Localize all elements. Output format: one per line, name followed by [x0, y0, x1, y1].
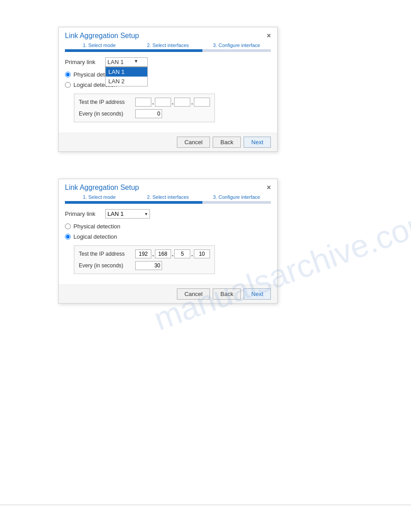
dialog-2: Link Aggregation Setup × 1. Select mode …: [58, 179, 278, 304]
test-ip-row-1: Test the IP address . . .: [79, 98, 210, 107]
dialog-1-footer: Cancel Back Next: [59, 133, 277, 151]
step-2-bar: [133, 49, 202, 52]
ip-octet-2-2[interactable]: [155, 249, 171, 258]
dropdown-menu-1: LAN 1 LAN 2: [105, 67, 148, 86]
step-1-select-interfaces: 2. Select interfaces: [133, 43, 202, 52]
dialog-2-header: Link Aggregation Setup ×: [59, 179, 277, 194]
step-2-3-bar: [202, 201, 271, 204]
every-seconds-row-2: Every (in seconds): [79, 261, 210, 270]
dialog-2-body: Primary link LAN 1 LAN 2 Physical detect…: [59, 204, 277, 284]
every-seconds-label-2: Every (in seconds): [79, 262, 133, 269]
physical-detection-radio-1[interactable]: [65, 72, 71, 77]
step-3-bar: [202, 49, 271, 52]
steps-1: 1. Select mode 2. Select interfaces 3. C…: [59, 43, 277, 52]
logical-detection-row-1: Logical detection: [65, 82, 271, 88]
dropdown-select-1[interactable]: LAN 1 ▼: [105, 57, 148, 67]
step-1-bar: [65, 49, 133, 52]
dropdown-arrow-1: ▼: [134, 59, 138, 64]
physical-detection-label-2: Physical detection: [73, 223, 120, 230]
cancel-button-1[interactable]: Cancel: [177, 137, 210, 148]
ip-dot-2-1: .: [152, 251, 154, 257]
logical-detection-radio-2[interactable]: [65, 234, 71, 240]
step-2-configure-interface: 3. Configure interface: [202, 194, 271, 204]
test-ip-label-2: Test the IP address: [79, 251, 133, 257]
cancel-button-2[interactable]: Cancel: [177, 288, 210, 300]
ip-dot-1: .: [152, 99, 154, 106]
bottom-line: [0, 505, 411, 505]
primary-link-label-1: Primary link: [65, 59, 105, 65]
ip-octet-2-1[interactable]: [135, 249, 151, 258]
primary-link-label-2: Primary link: [65, 210, 105, 217]
ip-dot-3: .: [191, 99, 193, 106]
dialog-1-close[interactable]: ×: [267, 32, 271, 40]
back-button-2[interactable]: Back: [213, 288, 241, 300]
step-3-label: 3. Configure interface: [213, 43, 260, 48]
ip-octet-2-3[interactable]: [174, 249, 190, 258]
dialog-1-header: Link Aggregation Setup ×: [59, 27, 277, 43]
ip-octet-1-3[interactable]: [174, 98, 190, 107]
ip-octet-1-2[interactable]: [155, 98, 171, 107]
step-1-select-mode: 1. Select mode: [65, 43, 133, 52]
steps-2: 1. Select mode 2. Select interfaces 3. C…: [59, 194, 277, 204]
dropdown-item-lan2-1[interactable]: LAN 2: [106, 77, 147, 86]
every-seconds-row-1: Every (in seconds): [79, 109, 210, 118]
physical-detection-row-2: Physical detection: [65, 223, 271, 230]
primary-link-dropdown-1[interactable]: LAN 1 ▼ LAN 1 LAN 2: [105, 57, 148, 67]
next-button-1[interactable]: Next: [244, 137, 271, 148]
seconds-input-1[interactable]: [135, 109, 162, 118]
step-2-select-mode: 1. Select mode: [65, 194, 133, 204]
ip-octet-1-1[interactable]: [135, 98, 151, 107]
dialog-1: Link Aggregation Setup × 1. Select mode …: [58, 27, 278, 152]
subfield-container-1: Test the IP address . . . Every (in seco…: [74, 94, 215, 122]
dropdown-item-lan1-1[interactable]: LAN 1: [106, 67, 147, 77]
back-button-1[interactable]: Back: [213, 137, 241, 148]
primary-link-row-2: Primary link LAN 1 LAN 2: [65, 209, 271, 219]
step-1-label: 1. Select mode: [83, 43, 116, 48]
dialog-2-footer: Cancel Back Next: [59, 284, 277, 303]
physical-detection-radio-2[interactable]: [65, 223, 71, 229]
step-2-1-label: 1. Select mode: [83, 194, 116, 200]
dialog-1-body: Primary link LAN 1 ▼ LAN 1 LAN 2 Physica…: [59, 52, 277, 133]
next-button-2[interactable]: Next: [244, 288, 271, 300]
step-2-3-label: 3. Configure interface: [213, 194, 260, 200]
every-seconds-label-1: Every (in seconds): [79, 111, 133, 117]
dialog-2-title: Link Aggregation Setup: [65, 184, 139, 192]
step-2-label: 2. Select interfaces: [147, 43, 189, 48]
step-2-select-interfaces: 2. Select interfaces: [133, 194, 202, 204]
primary-link-select-wrapper-2[interactable]: LAN 1 LAN 2: [105, 209, 150, 219]
dropdown-value-1: LAN 1: [107, 59, 124, 65]
physical-detection-row-1: Physical detection: [65, 71, 271, 78]
ip-octet-2-4[interactable]: [194, 249, 210, 258]
step-2-2-label: 2. Select interfaces: [147, 194, 189, 200]
step-1-configure-interface: 3. Configure interface: [202, 43, 271, 52]
ip-group-2: . . .: [135, 249, 210, 258]
primary-link-row-1: Primary link LAN 1 ▼ LAN 1 LAN 2: [65, 57, 271, 67]
logical-detection-label-2: Logical detection: [73, 233, 117, 240]
step-2-1-bar: [65, 201, 133, 204]
test-ip-row-2: Test the IP address . . .: [79, 249, 210, 258]
dialog-1-title: Link Aggregation Setup: [65, 32, 139, 40]
step-2-2-bar: [133, 201, 202, 204]
seconds-input-2[interactable]: [135, 261, 162, 270]
ip-dot-2: .: [172, 99, 174, 106]
subfield-container-2: Test the IP address . . . Every (in seco…: [74, 245, 215, 274]
primary-link-select-2[interactable]: LAN 1 LAN 2: [105, 209, 150, 219]
logical-detection-row-2: Logical detection: [65, 233, 271, 240]
ip-dot-2-3: .: [191, 251, 193, 257]
ip-dot-2-2: .: [172, 251, 174, 257]
ip-octet-1-4[interactable]: [194, 98, 210, 107]
logical-detection-radio-1[interactable]: [65, 82, 71, 88]
ip-group-1: . . .: [135, 98, 210, 107]
test-ip-label-1: Test the IP address: [79, 99, 133, 105]
dialog-2-close[interactable]: ×: [267, 184, 271, 192]
